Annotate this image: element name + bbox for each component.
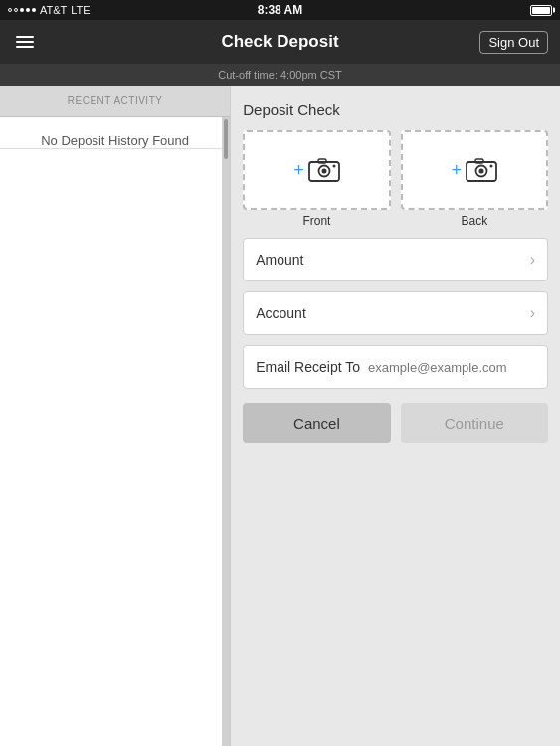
scrollbar-handle[interactable]	[224, 119, 228, 159]
account-field[interactable]: Account ›	[243, 291, 548, 335]
account-label: Account	[256, 305, 306, 321]
status-left: AT&T LTE	[8, 4, 91, 16]
history-area: No Deposit History Found	[0, 117, 230, 746]
recent-activity-label: RECENT ACTIVITY	[68, 95, 163, 106]
hamburger-icon	[16, 46, 34, 48]
hamburger-icon	[16, 41, 34, 43]
amount-field[interactable]: Amount ›	[243, 238, 548, 281]
right-panel: Deposit Check + Front	[231, 86, 560, 746]
back-photo-box: + Back	[401, 130, 548, 228]
email-input[interactable]	[368, 360, 535, 375]
back-plus-icon: +	[452, 160, 463, 181]
recent-activity-header: RECENT ACTIVITY	[0, 86, 230, 117]
front-label: Front	[302, 214, 330, 228]
svg-rect-3	[318, 159, 326, 163]
back-label: Back	[461, 214, 487, 228]
no-history-container: No Deposit History Found	[0, 117, 230, 149]
battery-icon	[530, 5, 552, 16]
page-title: Check Deposit	[221, 32, 338, 52]
photo-row: + Front +	[243, 130, 548, 228]
svg-point-2	[321, 169, 326, 174]
button-row: Cancel Continue	[243, 403, 548, 443]
svg-rect-8	[475, 159, 483, 163]
left-panel: RECENT ACTIVITY No Deposit History Found	[0, 86, 231, 746]
front-camera-icon	[308, 157, 340, 183]
signal-bars	[8, 8, 36, 12]
deposit-check-title: Deposit Check	[243, 101, 548, 118]
account-chevron-icon: ›	[530, 304, 535, 322]
back-camera-icon	[466, 157, 497, 183]
email-receipt-field: Email Receipt To	[243, 345, 548, 389]
main-content: RECENT ACTIVITY No Deposit History Found…	[0, 86, 560, 746]
status-right	[530, 5, 552, 16]
front-plus-icon: +	[293, 160, 304, 181]
no-history-text: No Deposit History Found	[41, 133, 189, 148]
network-type-label: LTE	[71, 4, 90, 16]
nav-bar: Check Deposit Sign Out	[0, 20, 560, 64]
carrier-label: AT&T	[40, 4, 67, 16]
amount-chevron-icon: ›	[530, 251, 535, 269]
history-wrapper: No Deposit History Found	[0, 117, 230, 746]
status-time: 8:38 AM	[258, 3, 303, 17]
svg-point-4	[332, 165, 335, 168]
back-capture-button[interactable]: +	[401, 130, 548, 210]
cancel-button[interactable]: Cancel	[243, 403, 390, 443]
hamburger-icon	[16, 36, 34, 38]
front-photo-box: + Front	[243, 130, 390, 228]
front-capture-button[interactable]: +	[243, 130, 390, 210]
cutoff-bar: Cut-off time: 4:00pm CST	[0, 64, 560, 86]
continue-button[interactable]: Continue	[401, 403, 548, 443]
email-receipt-label: Email Receipt To	[256, 359, 360, 375]
svg-point-7	[479, 169, 484, 174]
cutoff-text: Cut-off time: 4:00pm CST	[218, 69, 342, 81]
svg-point-9	[490, 165, 493, 168]
scrollbar-track[interactable]	[222, 117, 230, 746]
amount-label: Amount	[256, 252, 303, 268]
sign-out-button[interactable]: Sign Out	[479, 31, 548, 54]
status-bar: AT&T LTE 8:38 AM	[0, 0, 560, 20]
menu-button[interactable]	[12, 32, 38, 52]
